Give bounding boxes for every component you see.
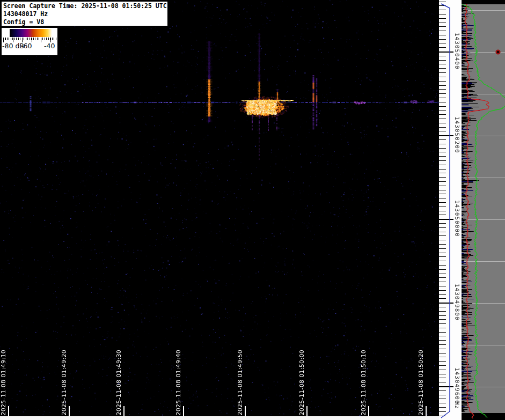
time-label-4: 2025-11-08 01:49:50 — [237, 350, 244, 416]
time-label-6: 2025-11-08 01:50:10 — [360, 350, 367, 416]
time-label-1: 2025-11-08 01:49:20 — [61, 350, 68, 416]
freq-label-1: 143050200 — [453, 116, 460, 153]
freq-label-4: 143049600 — [453, 367, 460, 404]
time-tick-5 — [306, 406, 308, 416]
colorbar-gradient — [10, 29, 55, 37]
capture-frequency-text: 143048017 Hz — [3, 10, 166, 18]
spectrum-panel-canvas — [462, 0, 505, 420]
colorbar-label-neg60: -60 — [21, 42, 32, 50]
frequency-unit-label: Hz — [453, 401, 460, 409]
time-tick-0 — [8, 406, 9, 416]
time-label-3: 2025-11-08 01:49:40 — [175, 350, 182, 416]
time-tick-7 — [426, 406, 427, 416]
capture-time-text: Screen Capture Time: 2025-11-08 01:50:25… — [3, 2, 166, 10]
time-label-7: 2025-11-08 01:50:20 — [418, 350, 425, 416]
time-tick-6 — [368, 406, 369, 416]
time-tick-3 — [183, 406, 184, 416]
freq-label-0: 143050400 — [453, 33, 460, 70]
time-tick-2 — [123, 406, 125, 416]
time-label-2: 2025-11-08 01:49:30 — [115, 350, 122, 416]
db-colorbar: -80 dB -60 -40 — [2, 28, 57, 55]
colorbar-label-neg40: -40 — [44, 42, 55, 50]
time-label-5: 2025-11-08 01:50:00 — [298, 350, 305, 416]
freq-label-3: 143049800 — [453, 284, 460, 321]
time-tick-4 — [245, 406, 246, 416]
time-label-0: 2025-11-08 01:49:10 — [0, 350, 7, 416]
time-tick-1 — [69, 406, 70, 416]
capture-config-text: Config = V8 — [3, 18, 166, 26]
capture-info-box: Screen Capture Time: 2025-11-08 01:50:25… — [1, 1, 168, 26]
spectrogram-screen-capture: 2025-11-08 01:49:102025-11-08 01:49:2020… — [0, 0, 505, 420]
freq-label-2: 143050000 — [453, 200, 460, 237]
